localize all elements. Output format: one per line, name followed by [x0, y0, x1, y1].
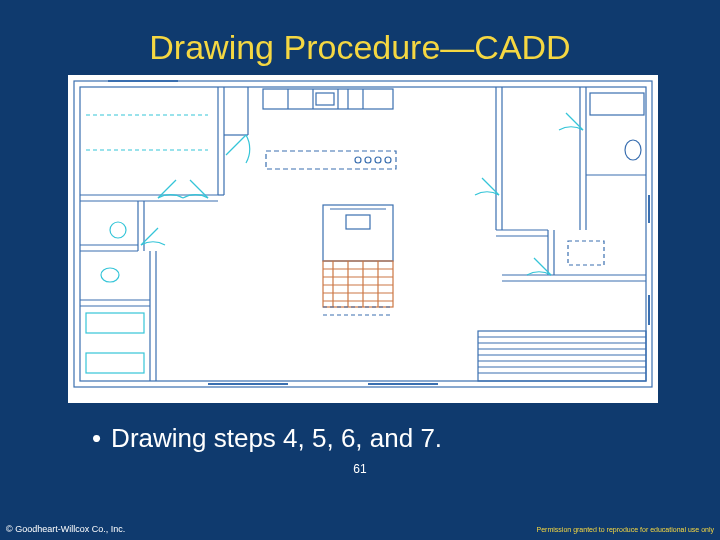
svg-line-77 — [226, 135, 246, 155]
svg-rect-29 — [323, 205, 393, 261]
cadd-floorplan-diagram — [68, 75, 658, 403]
svg-point-28 — [385, 157, 391, 163]
slide-title: Drawing Procedure—CADD — [0, 0, 720, 75]
svg-point-27 — [375, 157, 381, 163]
svg-rect-69 — [86, 353, 144, 373]
svg-rect-66 — [86, 313, 144, 333]
svg-point-51 — [625, 140, 641, 160]
svg-point-26 — [365, 157, 371, 163]
bullet-content: Drawing steps 4, 5, 6, and 7. — [111, 423, 442, 453]
svg-point-67 — [101, 268, 119, 282]
footer-permission: Permission granted to reproduce for educ… — [537, 526, 714, 533]
svg-rect-57 — [568, 241, 604, 265]
svg-rect-24 — [266, 151, 396, 169]
svg-rect-50 — [590, 93, 644, 115]
bullet-dot: • — [92, 423, 101, 453]
svg-point-68 — [110, 222, 126, 238]
page-number: 61 — [0, 462, 720, 476]
footer-copyright: © Goodheart-Willcox Co., Inc. — [6, 524, 125, 534]
svg-rect-31 — [346, 215, 370, 229]
svg-rect-23 — [316, 93, 334, 105]
footer: © Goodheart-Willcox Co., Inc. Permission… — [0, 518, 720, 540]
bullet-text: •Drawing steps 4, 5, 6, and 7. — [92, 423, 720, 454]
svg-rect-17 — [263, 89, 393, 109]
svg-point-25 — [355, 157, 361, 163]
floorplan-image — [68, 75, 658, 403]
